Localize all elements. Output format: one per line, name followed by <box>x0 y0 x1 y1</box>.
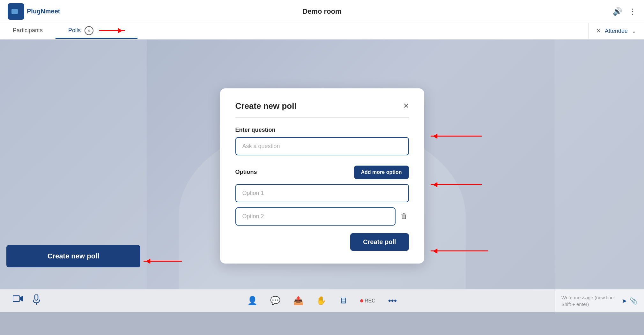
more-menu-icon[interactable]: ⋮ <box>629 7 636 16</box>
question-label: Enter question <box>235 127 409 133</box>
create-poll-modal: Create new poll ✕ Enter question Options… <box>220 88 424 264</box>
attendee-label: Attendee <box>605 28 628 34</box>
tabs-bar: Participants Polls ✕ ✕ Attendee ⌄ <box>0 23 644 40</box>
logo-icon <box>8 3 24 20</box>
attendee-chevron-icon[interactable]: ⌄ <box>632 27 636 34</box>
svg-rect-0 <box>11 9 18 14</box>
options-label: Options <box>235 169 257 175</box>
volume-icon[interactable]: 🔊 <box>613 7 622 16</box>
question-input[interactable] <box>235 137 409 155</box>
option-1-input[interactable] <box>235 184 409 202</box>
tab-polls[interactable]: Polls ✕ <box>56 23 137 39</box>
header: PlugNmeet Demo room 🔊 ⋮ <box>0 0 644 23</box>
create-poll-submit-button[interactable]: Create poll <box>350 233 409 251</box>
tab-close-icon[interactable]: ✕ <box>85 26 93 35</box>
modal-footer: Create poll <box>235 233 409 251</box>
header-actions: 🔊 ⋮ <box>613 7 636 16</box>
tab-close-area: ✕ <box>81 26 125 35</box>
room-title: Demo room <box>302 7 341 16</box>
delete-option-2-button[interactable]: 🗑 <box>399 211 409 222</box>
logo-text: PlugNmeet <box>27 8 60 15</box>
main-area: Create new poll Create new poll ✕ Enter … <box>0 40 644 312</box>
logo: PlugNmeet <box>8 3 60 20</box>
attendee-tab[interactable]: ✕ Attendee ⌄ <box>588 23 644 39</box>
svg-marker-1 <box>18 9 20 14</box>
modal-overlay: Create new poll ✕ Enter question Options… <box>0 40 644 312</box>
option-2-row: 🗑 <box>235 207 409 226</box>
options-header: Options Add more option <box>235 166 409 179</box>
attendee-close-icon[interactable]: ✕ <box>596 27 601 34</box>
modal-close-button[interactable]: ✕ <box>403 102 409 109</box>
tab-participants[interactable]: Participants <box>0 23 56 39</box>
modal-header: Create new poll ✕ <box>235 101 409 118</box>
option-2-input[interactable] <box>235 207 396 226</box>
modal-title: Create new poll <box>235 101 297 111</box>
add-more-option-button[interactable]: Add more option <box>354 166 409 179</box>
option-1-row <box>235 184 409 202</box>
